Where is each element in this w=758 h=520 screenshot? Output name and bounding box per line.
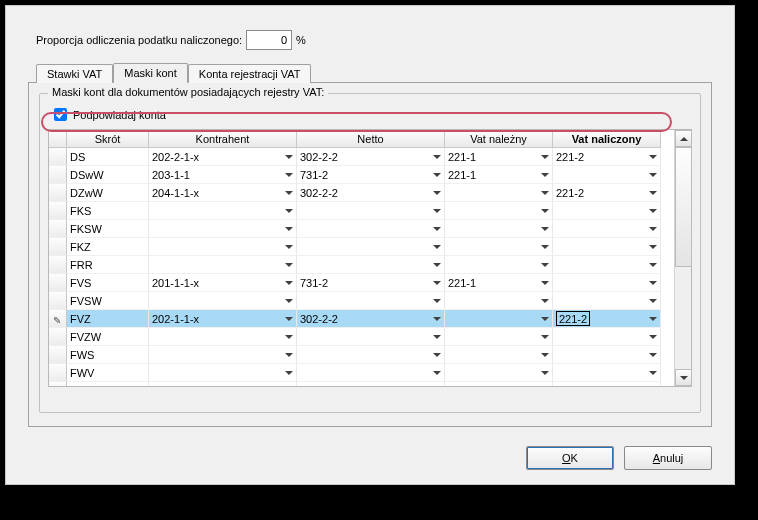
cell-vat-naliczony[interactable]: 221-2 [553, 148, 661, 166]
header-handle[interactable] [49, 130, 67, 148]
cell-kontrahent[interactable] [149, 256, 297, 274]
cell-kontrahent[interactable] [149, 346, 297, 364]
dropdown-icon[interactable] [285, 335, 293, 339]
proportion-input[interactable] [246, 30, 292, 50]
row-handle[interactable] [49, 274, 67, 292]
dropdown-icon[interactable] [649, 155, 657, 159]
dropdown-icon[interactable] [541, 353, 549, 357]
row-handle[interactable] [49, 346, 67, 364]
cell-skrot[interactable]: DSwW [67, 166, 149, 184]
cell-vat-naliczony[interactable]: 221-2 [553, 310, 661, 328]
cell-skrot[interactable]: FWV [67, 364, 149, 382]
dropdown-icon[interactable] [285, 227, 293, 231]
row-handle[interactable] [49, 220, 67, 238]
cell-vat-nalezny[interactable] [445, 346, 553, 364]
dropdown-icon[interactable] [285, 209, 293, 213]
table-row[interactable]: FVZ202-1-1-x302-2-2221-2 [49, 310, 674, 328]
table-row[interactable]: FRR [49, 256, 674, 274]
dropdown-icon[interactable] [285, 263, 293, 267]
cancel-button[interactable]: Anuluj [624, 446, 712, 470]
dropdown-icon[interactable] [433, 227, 441, 231]
cell-vat-nalezny[interactable] [445, 364, 553, 382]
dropdown-icon[interactable] [433, 335, 441, 339]
dropdown-icon[interactable] [433, 155, 441, 159]
cell-netto[interactable] [297, 346, 445, 364]
cell-vat-naliczony[interactable] [553, 328, 661, 346]
cell-netto[interactable] [297, 364, 445, 382]
header-skrot[interactable]: Skrót [67, 130, 149, 148]
cell-vat-nalezny[interactable] [445, 220, 553, 238]
scroll-up-button[interactable] [675, 130, 692, 147]
row-handle[interactable] [49, 382, 67, 386]
cell-skrot[interactable]: FVZW [67, 328, 149, 346]
cell-vat-nalezny[interactable] [445, 328, 553, 346]
dropdown-icon[interactable] [285, 155, 293, 159]
dropdown-icon[interactable] [649, 209, 657, 213]
dropdown-icon[interactable] [541, 281, 549, 285]
cell-kontrahent[interactable]: 202-1-1-x [149, 310, 297, 328]
cell-netto[interactable] [297, 256, 445, 274]
dropdown-icon[interactable] [285, 281, 293, 285]
dropdown-icon[interactable] [649, 173, 657, 177]
row-handle[interactable] [49, 310, 67, 328]
dropdown-icon[interactable] [649, 191, 657, 195]
cell-vat-nalezny[interactable] [445, 202, 553, 220]
row-handle[interactable] [49, 238, 67, 256]
table-row[interactable]: DSwW203-1-1731-2221-1 [49, 166, 674, 184]
cell-skrot[interactable]: FKS [67, 202, 149, 220]
cell-kontrahent[interactable] [149, 364, 297, 382]
cell-kontrahent[interactable] [149, 202, 297, 220]
cell-skrot[interactable]: FKZ [67, 238, 149, 256]
dropdown-icon[interactable] [649, 263, 657, 267]
row-handle[interactable] [49, 202, 67, 220]
dropdown-icon[interactable] [433, 263, 441, 267]
dropdown-icon[interactable] [541, 155, 549, 159]
cell-editor[interactable]: 221-2 [556, 311, 590, 326]
tab-stawki-vat[interactable]: Stawki VAT [36, 64, 113, 83]
dropdown-icon[interactable] [649, 281, 657, 285]
table-row[interactable]: FVS201-1-1-x731-2221-1 [49, 274, 674, 292]
cell-netto[interactable] [297, 202, 445, 220]
ok-button[interactable]: OK [526, 446, 614, 470]
cell-netto[interactable] [297, 328, 445, 346]
cell-kontrahent[interactable]: 201-1-1-x [149, 274, 297, 292]
dropdown-icon[interactable] [649, 335, 657, 339]
cell-netto[interactable]: 302-2-2 [297, 310, 445, 328]
table-row[interactable]: FWS [49, 346, 674, 364]
dropdown-icon[interactable] [649, 245, 657, 249]
table-row[interactable]: FVZW [49, 328, 674, 346]
dropdown-icon[interactable] [541, 317, 549, 321]
cell-skrot[interactable]: DZwW [67, 184, 149, 202]
dropdown-icon[interactable] [541, 335, 549, 339]
row-handle[interactable] [49, 364, 67, 382]
dropdown-icon[interactable] [649, 317, 657, 321]
dropdown-icon[interactable] [285, 317, 293, 321]
dropdown-icon[interactable] [541, 299, 549, 303]
cell-netto[interactable] [297, 238, 445, 256]
row-handle[interactable] [49, 256, 67, 274]
table-row[interactable]: FVSW [49, 292, 674, 310]
cell-vat-nalezny[interactable] [445, 292, 553, 310]
cell-netto[interactable]: 731-2 [297, 166, 445, 184]
cell-vat-naliczony[interactable] [553, 292, 661, 310]
dropdown-icon[interactable] [433, 317, 441, 321]
dropdown-icon[interactable] [541, 371, 549, 375]
header-vat-nalezny[interactable]: Vat należny [445, 130, 553, 148]
cell-skrot[interactable]: FWS [67, 346, 149, 364]
table-row[interactable]: DZwW204-1-1-x302-2-2221-2 [49, 184, 674, 202]
dropdown-icon[interactable] [541, 227, 549, 231]
cell-skrot[interactable]: PAR [67, 382, 149, 386]
cell-vat-naliczony[interactable]: 221-2 [553, 184, 661, 202]
cell-netto[interactable] [297, 382, 445, 386]
dropdown-icon[interactable] [433, 353, 441, 357]
dropdown-icon[interactable] [285, 173, 293, 177]
dropdown-icon[interactable] [285, 299, 293, 303]
cell-vat-naliczony[interactable] [553, 346, 661, 364]
scroll-down-button[interactable] [675, 369, 692, 386]
vertical-scrollbar[interactable] [674, 130, 691, 386]
cell-vat-nalezny[interactable]: 221-1 [445, 166, 553, 184]
header-kontrahent[interactable]: Kontrahent [149, 130, 297, 148]
header-netto[interactable]: Netto [297, 130, 445, 148]
cell-vat-nalezny[interactable] [445, 256, 553, 274]
cell-vat-nalezny[interactable] [445, 382, 553, 386]
